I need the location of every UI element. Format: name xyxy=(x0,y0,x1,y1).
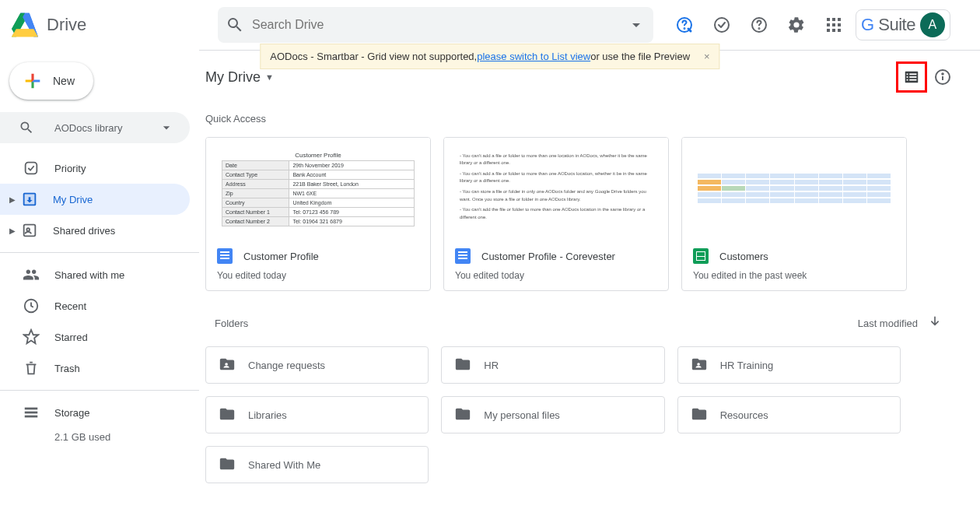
sidebar-item-storage[interactable]: Storage xyxy=(0,397,190,428)
search-input[interactable] xyxy=(252,18,627,32)
sidebar-item-starred[interactable]: Starred xyxy=(0,321,190,353)
svg-point-1 xyxy=(684,28,685,29)
folder-card[interactable]: HR xyxy=(441,346,664,384)
thumbnail: Customer ProfileDate29th November 2019Co… xyxy=(206,138,430,239)
offline-ready-icon[interactable] xyxy=(706,9,737,40)
sort-button[interactable]: Last modified xyxy=(858,318,918,329)
logo-text: Drive xyxy=(47,15,86,35)
folder-card[interactable]: Resources xyxy=(677,396,901,433)
folder-card[interactable]: Libraries xyxy=(205,396,429,433)
svg-point-21 xyxy=(942,73,943,75)
quick-access-card[interactable]: - You can't add a file or folder to more… xyxy=(443,137,669,291)
sidebar-item-priority[interactable]: Priority xyxy=(0,153,190,184)
svg-point-4 xyxy=(759,28,760,29)
notice-link[interactable]: please switch to List view xyxy=(477,51,590,62)
file-subtitle: You edited today xyxy=(455,270,657,281)
close-icon[interactable]: × xyxy=(704,51,710,62)
search-icon xyxy=(226,16,244,34)
list-view-button[interactable] xyxy=(896,61,927,93)
sidebar-item-trash[interactable]: Trash xyxy=(0,353,190,384)
folder-card[interactable]: Change requests xyxy=(205,346,429,384)
svg-rect-9 xyxy=(25,408,38,410)
quick-access-card[interactable]: Customer ProfileDate29th November 2019Co… xyxy=(205,137,431,291)
docs-icon xyxy=(455,248,471,264)
gsuite-badge[interactable]: G Suite A xyxy=(856,9,950,40)
docs-icon xyxy=(217,248,233,264)
folder-icon xyxy=(454,405,471,425)
svg-point-2 xyxy=(715,18,729,32)
quick-access-card[interactable]: Customers You edited in the past week xyxy=(681,137,907,291)
file-subtitle: You edited in the past week xyxy=(693,270,895,281)
folder-name: Shared With Me xyxy=(248,459,320,471)
avatar[interactable]: A xyxy=(920,12,945,37)
clock-icon xyxy=(22,297,40,315)
support-icon[interactable] xyxy=(669,9,700,40)
thumbnail xyxy=(682,138,906,239)
storage-icon xyxy=(22,403,40,422)
folder-card[interactable]: HR Training xyxy=(677,346,901,384)
svg-rect-15 xyxy=(907,76,908,78)
folder-icon xyxy=(454,356,471,375)
settings-icon[interactable] xyxy=(781,9,812,40)
folder-name: Resources xyxy=(720,409,768,421)
library-filter[interactable]: AODocs library xyxy=(0,112,190,143)
svg-rect-13 xyxy=(907,73,908,75)
search-bar[interactable] xyxy=(218,7,653,43)
sidebar-item-mydrive[interactable]: ▶ My Drive xyxy=(0,184,190,215)
breadcrumb[interactable]: My Drive ▼ xyxy=(205,69,274,86)
breadcrumb-label: My Drive xyxy=(205,69,261,86)
sidebar-item-label: Shared drives xyxy=(53,225,115,237)
library-filter-label: AODocs library xyxy=(54,122,159,134)
arrow-down-icon[interactable] xyxy=(927,314,943,332)
notice-bar: AODocs - Smartbar - Grid view not suppor… xyxy=(260,44,719,69)
folder-icon xyxy=(219,455,236,475)
sidebar-item-sharedwithme[interactable]: Shared with me xyxy=(0,259,190,290)
folder-icon xyxy=(219,356,236,375)
sidebar-item-label: Trash xyxy=(54,363,80,374)
folder-name: Change requests xyxy=(248,360,325,371)
sidebar-item-shareddrives[interactable]: ▶ Shared drives xyxy=(0,215,190,246)
svg-point-23 xyxy=(697,363,700,366)
logo-area[interactable]: Drive xyxy=(9,9,218,40)
mydrive-icon xyxy=(20,190,39,209)
chevron-right-icon[interactable]: ▶ xyxy=(6,195,19,204)
folder-icon xyxy=(691,356,708,375)
folder-icon xyxy=(691,405,708,425)
chevron-right-icon[interactable]: ▶ xyxy=(6,226,19,235)
sidebar-item-recent[interactable]: Recent xyxy=(0,290,190,321)
svg-rect-18 xyxy=(909,79,916,81)
svg-rect-11 xyxy=(25,416,38,418)
new-button-label: New xyxy=(53,75,75,87)
shareddrives-icon xyxy=(20,221,39,240)
sidebar-item-label: Storage xyxy=(54,407,90,419)
quick-access-title: Quick Access xyxy=(199,104,968,137)
folder-name: Libraries xyxy=(248,409,287,421)
people-icon xyxy=(22,265,40,284)
svg-point-7 xyxy=(26,228,30,231)
notice-prefix: AODocs - Smartbar - Grid view not suppor… xyxy=(270,51,477,62)
sidebar-item-label: Starred xyxy=(54,332,88,343)
info-icon[interactable] xyxy=(927,61,958,93)
new-button[interactable]: New xyxy=(9,62,93,100)
apps-icon[interactable] xyxy=(818,9,849,40)
plus-icon xyxy=(22,70,44,92)
star-icon xyxy=(22,328,40,346)
svg-rect-17 xyxy=(907,79,908,81)
priority-icon xyxy=(22,159,40,177)
gsuite-text: G Suite xyxy=(861,15,915,35)
help-icon[interactable] xyxy=(744,9,775,40)
search-icon xyxy=(19,120,34,135)
folder-card[interactable]: Shared With Me xyxy=(205,446,429,483)
file-subtitle: You edited today xyxy=(217,270,419,281)
folder-name: HR Training xyxy=(720,360,774,371)
svg-rect-16 xyxy=(909,76,916,78)
thumbnail: - You can't add a file or folder to more… xyxy=(444,138,668,239)
dropdown-icon[interactable] xyxy=(159,120,174,135)
file-title: Customer Profile xyxy=(243,251,319,262)
storage-used: 2.1 GB used xyxy=(0,431,199,443)
svg-rect-10 xyxy=(25,412,38,414)
folder-card[interactable]: My personal files xyxy=(441,396,664,433)
sidebar-item-label: My Drive xyxy=(53,194,93,205)
dropdown-icon[interactable] xyxy=(627,16,646,34)
dropdown-icon: ▼ xyxy=(265,72,274,82)
